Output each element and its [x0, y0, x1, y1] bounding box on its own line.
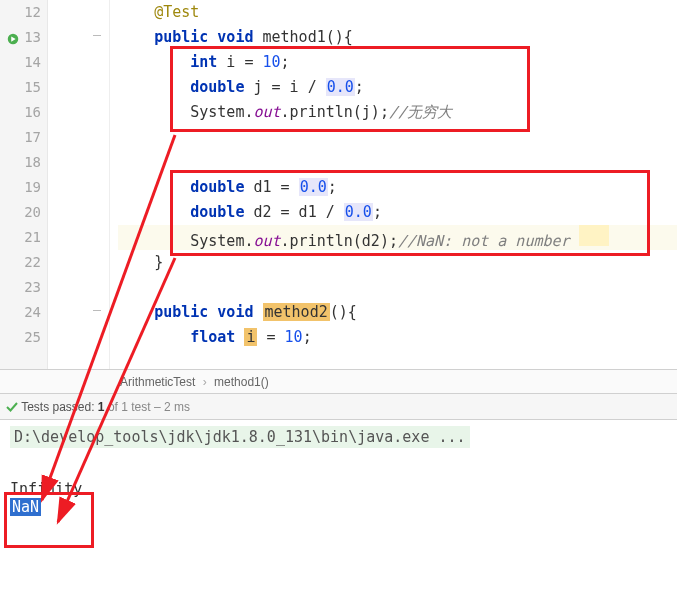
line-number: 16: [24, 104, 41, 120]
breadcrumb-method[interactable]: method1(): [214, 375, 269, 389]
line-number: 20: [24, 204, 41, 220]
tests-total-label: of 1 test –: [108, 400, 161, 414]
line-number: 13: [24, 29, 41, 45]
code-line[interactable]: }: [118, 250, 677, 275]
gutter-markers: [48, 0, 110, 369]
breadcrumb-separator-icon: ›: [203, 375, 207, 389]
code-line[interactable]: public void method1(){: [118, 25, 677, 50]
line-number: 12: [24, 4, 41, 20]
line-number: 25: [24, 329, 41, 345]
line-number: 24: [24, 304, 41, 320]
code-line[interactable]: double d1 = 0.0;: [118, 175, 677, 200]
code-line[interactable]: @Test: [118, 0, 677, 25]
code-line[interactable]: float i = 10;: [118, 325, 677, 350]
code-line[interactable]: [118, 125, 677, 150]
check-icon: [6, 400, 21, 414]
console-line: Infinity: [10, 480, 667, 498]
tests-passed-count: 1: [98, 400, 105, 414]
annotation: @Test: [154, 3, 199, 21]
code-line[interactable]: System.out.println(j);//无穷大: [118, 100, 677, 125]
code-line[interactable]: [118, 150, 677, 175]
tests-passed-label: Tests passed:: [21, 400, 94, 414]
line-number: 23: [24, 279, 41, 295]
line-number: 18: [24, 154, 41, 170]
line-number-gutter: 12 13 14 15 16 17 18 19 20 21 22 23 24 2…: [0, 0, 48, 369]
line-number: 14: [24, 54, 41, 70]
console-output[interactable]: D:\develop_tools\jdk\jdk1.8.0_131\bin\ja…: [0, 420, 677, 522]
fold-indicator-icon[interactable]: [93, 310, 101, 311]
code-editor[interactable]: 12 13 14 15 16 17 18 19 20 21 22 23 24 2…: [0, 0, 677, 370]
console-line-selected: NaN: [10, 498, 41, 516]
code-area[interactable]: @Test public void method1(){ int i = 10;…: [110, 0, 677, 369]
breadcrumb[interactable]: ArithmeticTest › method1(): [0, 370, 677, 394]
console-command: D:\develop_tools\jdk\jdk1.8.0_131\bin\ja…: [10, 426, 470, 448]
line-number: 15: [24, 79, 41, 95]
fold-indicator-icon[interactable]: [93, 35, 101, 36]
code-line[interactable]: [118, 275, 677, 300]
code-line[interactable]: double j = i / 0.0;: [118, 75, 677, 100]
code-line[interactable]: public void method2(){: [118, 300, 677, 325]
line-number: 19: [24, 179, 41, 195]
line-number: 22: [24, 254, 41, 270]
code-line[interactable]: double d2 = d1 / 0.0;: [118, 200, 677, 225]
line-number: 21: [24, 229, 41, 245]
breadcrumb-class[interactable]: ArithmeticTest: [120, 375, 195, 389]
line-number: 17: [24, 129, 41, 145]
tests-duration: 2 ms: [164, 400, 190, 414]
test-result-bar: Tests passed: 1 of 1 test – 2 ms: [0, 394, 677, 420]
code-line[interactable]: System.out.println(d2);//NaN: not a numb…: [118, 225, 677, 250]
code-line[interactable]: int i = 10;: [118, 50, 677, 75]
